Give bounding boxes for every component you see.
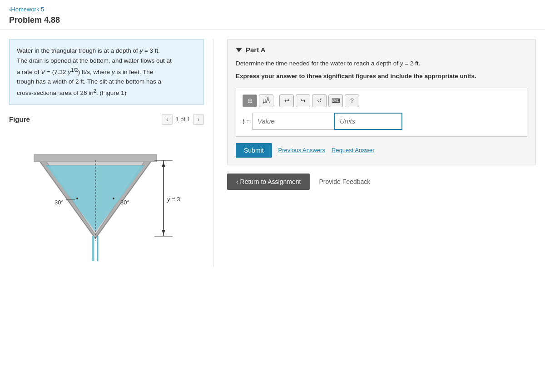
- bottom-row: ‹ Return to Assignment Provide Feedback: [227, 174, 536, 190]
- left-panel: Water in the triangular trough is at a d…: [9, 39, 213, 267]
- help-icon: ?: [350, 97, 353, 104]
- figure-header: Figure ‹ 1 of 1 ›: [9, 114, 204, 125]
- mu-icon: μÅ: [263, 97, 270, 104]
- question-text: Determine the time needed for the water …: [236, 59, 527, 68]
- input-label: t =: [243, 118, 250, 125]
- problem-line1: Water in the triangular trough is at a d…: [17, 47, 160, 54]
- trough-figure: 30° 30° y = 3 ft: [9, 129, 182, 266]
- svg-point-19: [113, 198, 114, 199]
- keyboard-icon: ⌨: [332, 97, 340, 104]
- problem-line3: a rate of V = (7.32 y1/2) ft/s, where y …: [17, 69, 153, 75]
- part-a-title: Part A: [246, 46, 266, 54]
- svg-marker-15: [162, 230, 165, 234]
- answer-box: ⊞ μÅ ↩ ↪ ↺ ⌨: [236, 88, 527, 137]
- svg-text:y: y: [167, 196, 171, 203]
- toolbar-separator: [276, 95, 277, 106]
- svg-text:= 3 ft: = 3 ft: [172, 196, 182, 203]
- figure-label: Figure: [9, 115, 30, 123]
- return-button[interactable]: ‹ Return to Assignment: [227, 174, 310, 190]
- header: ‹Homework 5 Problem 4.88: [0, 0, 545, 30]
- input-row: t =: [243, 113, 520, 130]
- redo-icon: ↪: [301, 97, 306, 104]
- next-figure-button[interactable]: ›: [193, 114, 204, 125]
- undo-button[interactable]: ↩: [279, 94, 294, 107]
- main-layout: Water in the triangular trough is at a d…: [0, 30, 545, 276]
- svg-point-18: [76, 198, 78, 199]
- figure-nav: ‹ 1 of 1 ›: [162, 114, 204, 125]
- svg-text:30°: 30°: [54, 199, 64, 206]
- feedback-link[interactable]: Provide Feedback: [319, 178, 370, 185]
- problem-line2: The drain is opened at the bottom, and w…: [17, 57, 172, 64]
- figure-section: Figure ‹ 1 of 1 ›: [9, 114, 204, 267]
- refresh-icon: ↺: [317, 97, 322, 104]
- problem-line5: cross-sectional area of 26 in2. (Figure …: [17, 89, 126, 96]
- units-input[interactable]: [334, 113, 402, 130]
- redo-button[interactable]: ↪: [296, 94, 310, 107]
- prev-figure-button[interactable]: ‹: [162, 114, 173, 125]
- submit-row: Submit Previous Answers Request Answer: [236, 143, 527, 158]
- help-button[interactable]: ?: [345, 94, 359, 107]
- collapse-triangle-icon[interactable]: [236, 48, 242, 52]
- part-a-section: Part A Determine the time needed for the…: [227, 39, 536, 164]
- mu-button[interactable]: μÅ: [259, 94, 273, 107]
- problem-text-box: Water in the triangular trough is at a d…: [9, 39, 204, 105]
- grid-button[interactable]: ⊞: [243, 94, 257, 107]
- instruction-text: Express your answer to three significant…: [236, 72, 527, 81]
- request-answer-link[interactable]: Request Answer: [332, 147, 375, 154]
- answer-toolbar: ⊞ μÅ ↩ ↪ ↺ ⌨: [243, 94, 520, 107]
- part-a-header: Part A: [236, 46, 527, 54]
- svg-text:30°: 30°: [120, 199, 129, 206]
- undo-icon: ↩: [284, 97, 289, 104]
- refresh-button[interactable]: ↺: [312, 94, 327, 107]
- keyboard-button[interactable]: ⌨: [328, 94, 343, 107]
- grid-icon: ⊞: [248, 97, 253, 104]
- right-panel: Part A Determine the time needed for the…: [213, 39, 536, 267]
- page-indicator: 1 of 1: [175, 116, 190, 123]
- submit-button[interactable]: Submit: [236, 143, 272, 158]
- problem-title: Problem 4.88: [9, 15, 536, 25]
- svg-marker-14: [162, 162, 165, 167]
- back-link[interactable]: ‹Homework 5: [9, 6, 44, 13]
- problem-line4: trough has a width of 2 ft. The slit at …: [17, 78, 161, 85]
- value-input[interactable]: [253, 113, 334, 130]
- previous-answers-link[interactable]: Previous Answers: [278, 147, 325, 154]
